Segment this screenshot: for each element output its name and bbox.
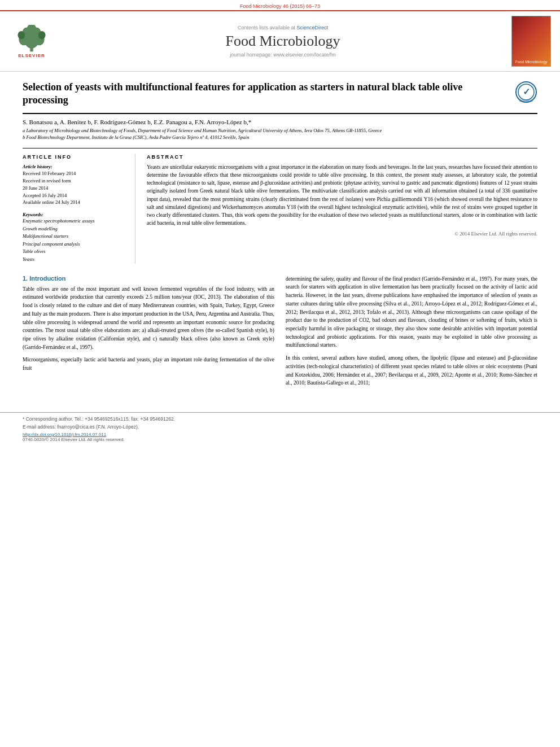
intro-left-column: 1. Introduction Table olives are one of … bbox=[23, 275, 274, 392]
keyword-3: Multifunctional starters bbox=[23, 233, 127, 241]
svg-text:CrossMark: CrossMark bbox=[519, 99, 533, 102]
abstract-heading: ABSTRACT bbox=[147, 154, 537, 160]
intro-paragraph-1: Table olives are one of the most importa… bbox=[23, 285, 274, 352]
introduction-section: 1. Introduction Table olives are one of … bbox=[23, 275, 537, 392]
journal-citation-bar: Food Microbiology 46 (2015) 66–73 bbox=[0, 0, 560, 10]
article-title-section: Selection of yeasts with multifunctional… bbox=[23, 81, 537, 114]
svg-text:✓: ✓ bbox=[523, 87, 530, 97]
intro-right-column: determining the safety, quality and flav… bbox=[286, 275, 537, 392]
page-footer: * Corresponding author. Tel.: +34 954692… bbox=[0, 412, 560, 445]
keyword-2: Growth modelling bbox=[23, 225, 127, 233]
article-title: Selection of yeasts with multifunctional… bbox=[23, 81, 509, 107]
journal-header: ELSEVIER Contents lists available at Sci… bbox=[0, 10, 560, 72]
history-label: Article history: bbox=[23, 163, 127, 171]
journal-cover-label: Food Microbiology bbox=[515, 60, 547, 64]
journal-citation: Food Microbiology 46 (2015) 66–73 bbox=[240, 3, 320, 9]
intro-right-paragraph-1: determining the safety, quality and flav… bbox=[286, 275, 537, 350]
accepted-date: Accepted 16 July 2014 bbox=[23, 192, 127, 199]
article-history: Article history: Received 10 February 20… bbox=[23, 163, 127, 207]
elsevier-tree-icon bbox=[15, 25, 49, 53]
revised-label: Received in revised form bbox=[23, 177, 127, 185]
doi-line: http://dx.doi.org/10.1016/j.fm.2014.07.0… bbox=[23, 432, 537, 437]
affiliations: a Laboratory of Microbiology and Biotech… bbox=[23, 128, 537, 141]
keywords-section: Keywords: Enzymatic spectrophotometric a… bbox=[23, 212, 127, 264]
svg-point-7 bbox=[18, 30, 25, 39]
available-date: Available online 24 July 2014 bbox=[23, 199, 127, 206]
keyword-4: Principal component analysis bbox=[23, 241, 127, 248]
received-date: Received 10 February 2014 bbox=[23, 170, 127, 177]
svg-point-8 bbox=[38, 30, 46, 39]
elsevier-label-text: ELSEVIER bbox=[18, 53, 45, 58]
revised-date: 20 June 2014 bbox=[23, 185, 127, 192]
article-info-column: ARTICLE INFO Article history: Received 1… bbox=[23, 154, 135, 264]
science-direct-link[interactable]: ScienceDirect bbox=[297, 25, 329, 30]
keyword-1: Enzymatic spectrophotometric assays bbox=[23, 217, 127, 225]
keywords-label: Keywords: bbox=[23, 212, 127, 217]
article-authors: S. Bonatsou a, A. Benítez b, F. Rodrígue… bbox=[23, 119, 537, 125]
keyword-6: Yeasts bbox=[23, 256, 127, 264]
issn-line: 0740-0020/© 2014 Elsevier Ltd. All right… bbox=[23, 437, 537, 442]
journal-homepage: journal homepage: www.elsevier.com/locat… bbox=[60, 52, 506, 58]
affiliation-a: a Laboratory of Microbiology and Biotech… bbox=[23, 128, 537, 134]
page-wrapper: Food Microbiology 46 (2015) 66–73 ELSEVI… bbox=[0, 0, 560, 445]
science-direct-line: Contents lists available at ScienceDirec… bbox=[60, 25, 506, 30]
affiliation-b: b Food Biotechnology Department, Institu… bbox=[23, 134, 537, 141]
article-info-heading: ARTICLE INFO bbox=[23, 154, 127, 160]
intro-paragraph-2: Microorganisms, especially lactic acid b… bbox=[23, 356, 274, 372]
keyword-5: Table olives bbox=[23, 248, 127, 256]
elsevier-logo: ELSEVIER bbox=[9, 25, 54, 58]
corresponding-author-note: * Corresponding author. Tel.: +34 954692… bbox=[23, 416, 537, 422]
intro-right-paragraph-2: In this context, several authors have st… bbox=[286, 354, 537, 387]
doi-link[interactable]: http://dx.doi.org/10.1016/j.fm.2014.07.0… bbox=[23, 432, 106, 437]
abstract-copyright: © 2014 Elsevier Ltd. All rights reserved… bbox=[147, 231, 537, 237]
abstract-text: Yeasts are unicellular eukaryotic microo… bbox=[147, 163, 537, 228]
email-line: E-mail address: fnarroyo@cica.es (F.N. A… bbox=[23, 424, 537, 430]
journal-name: Food Microbiology bbox=[60, 33, 506, 50]
intro-heading: 1. Introduction bbox=[23, 275, 274, 282]
keywords-list: Enzymatic spectrophotometric assays Grow… bbox=[23, 217, 127, 264]
crossmark-badge: ✓ CrossMark bbox=[515, 81, 537, 104]
abstract-column: ABSTRACT Yeasts are unicellular eukaryot… bbox=[147, 154, 537, 264]
journal-cover-image: Food Microbiology bbox=[511, 16, 551, 67]
article-content: Selection of yeasts with multifunctional… bbox=[0, 72, 560, 401]
article-info-abstract-section: ARTICLE INFO Article history: Received 1… bbox=[23, 148, 537, 264]
journal-title-block: Contents lists available at ScienceDirec… bbox=[60, 25, 506, 58]
